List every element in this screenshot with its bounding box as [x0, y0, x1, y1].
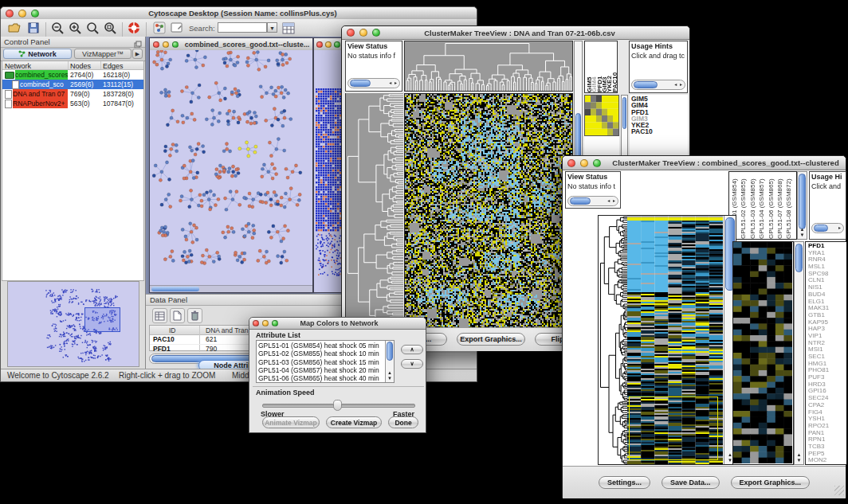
tv2-gene-label[interactable]: CPA2	[808, 402, 846, 409]
tv2-gene-label[interactable]: FIG4	[808, 409, 846, 416]
tv1-row-dendrogram[interactable]	[345, 93, 403, 327]
network-row[interactable]: combined_sco2569(6)13112(15)	[2, 80, 143, 89]
dialog-button-animate-vizmap[interactable]: Animate Vizmap	[262, 416, 320, 428]
tv2-gene-label[interactable]: SEC1	[808, 354, 846, 361]
tv2-status-hscrollbar[interactable]: ◂ ▸	[567, 196, 618, 206]
delete-attribute-icon[interactable]	[187, 308, 202, 323]
open-file-icon[interactable]	[7, 21, 22, 35]
tv2-gene-label[interactable]: SPC98	[808, 271, 846, 278]
tv2-gene-label[interactable]: NTR2	[808, 340, 846, 347]
zoom-button[interactable]	[334, 41, 340, 48]
tv2-column-label[interactable]: GPL51-02 (GSM855)	[740, 172, 749, 239]
minimize-button[interactable]	[262, 320, 269, 326]
tv2-gene-label[interactable]: HAP3	[808, 326, 846, 333]
tv2-gene-label[interactable]: NIS1	[808, 284, 846, 291]
network-view-titlebar[interactable]: combined_scores_good.txt--cluste...	[150, 38, 312, 51]
tv2-gene-label[interactable]: RPO21	[808, 423, 846, 430]
tv2-titlebar[interactable]: ClusterMaker TreeView : combined_scores_…	[563, 156, 846, 170]
attribute-list-item[interactable]: GPL51-02 (GSM855) heat shock 10 min	[258, 350, 384, 357]
dialog-titlebar[interactable]: Map Colors to Network	[249, 318, 426, 330]
zoom-button[interactable]	[172, 41, 179, 48]
tv1-button-export-graphics[interactable]: Export Graphics...	[457, 333, 525, 346]
tv2-column-label[interactable]: GPL51-04 (GSM857)	[759, 172, 768, 239]
tv1-column-label[interactable]: YKE2	[607, 41, 611, 92]
tv2-gene-label[interactable]: KAP95	[808, 319, 846, 326]
scroll-arrows-icon[interactable]: ▸	[838, 225, 842, 230]
attribute-list-item[interactable]: GPL51-07 (GSM868) heat shock 60 min	[258, 382, 384, 383]
tv1-column-label[interactable]: GIM4	[591, 41, 596, 92]
tv2-gene-label[interactable]: PHO81	[808, 367, 846, 374]
data-col-id[interactable]: ID	[169, 326, 176, 334]
search-dropdown-arrow[interactable]: ▼	[267, 22, 277, 33]
save-icon[interactable]	[26, 21, 41, 35]
zoom-selected-icon[interactable]	[103, 21, 117, 35]
zoom-fit-icon[interactable]	[85, 21, 100, 35]
tv2-gene-label[interactable]: HRD3	[808, 381, 846, 389]
minimize-button[interactable]	[580, 159, 588, 167]
attribute-list-item[interactable]: GPL51-03 (GSM856) heat shock 15 min	[258, 358, 384, 366]
tv2-gene-label[interactable]: PAN1	[808, 430, 846, 437]
tv1-titlebar[interactable]: ClusterMaker TreeView : DNA and Tran 07-…	[342, 26, 689, 40]
attribute-list-item[interactable]: GPL51-01 (GSM854) heat shock 05 min	[258, 342, 384, 350]
dialog-button-create-vizmap[interactable]: Create Vizmap	[326, 416, 382, 428]
tv2-gene-label[interactable]: MON2	[808, 457, 846, 464]
new-attribute-icon[interactable]	[170, 308, 185, 323]
tv2-column-label[interactable]: GPL51-07 (GSM868)	[777, 172, 786, 239]
tv2-gene-label[interactable]: RNR4	[808, 256, 846, 264]
network-row[interactable]: RNAPuberNov2+563(0)107847(0)	[2, 99, 143, 108]
tv2-row-dendrogram[interactable]	[599, 216, 627, 464]
scroll-arrows-icon[interactable]: ◂ ▸	[389, 80, 398, 85]
tv2-gene-label[interactable]: SEC24	[808, 395, 846, 402]
tv2-gene-label[interactable]: MSL1	[808, 264, 846, 271]
network-overview-thumbnail[interactable]	[7, 281, 139, 367]
tv2-gene-label[interactable]: BUD4	[808, 291, 846, 299]
tab-vizmapper[interactable]: VizMapper™	[74, 49, 132, 59]
scroll-arrows-icon[interactable]: ▲▼	[795, 452, 803, 463]
tv2-zoom-vscrollbar[interactable]: ▲▼	[794, 241, 804, 465]
tv2-button-export-graphics[interactable]: Export Graphics...	[731, 476, 811, 489]
scroll-arrows-icon[interactable]: ◂ ▸	[607, 197, 616, 203]
search-input[interactable]	[218, 22, 267, 33]
scroll-arrows-icon[interactable]: ▲▼	[386, 370, 394, 381]
tv2-zoom-heatmap[interactable]	[733, 242, 792, 463]
tv1-column-dendrogram[interactable]	[404, 41, 573, 92]
tv2-gene-label[interactable]: PFD1	[808, 243, 846, 250]
close-button[interactable]	[316, 41, 323, 48]
zoom-button[interactable]	[31, 10, 39, 18]
scroll-arrows-icon[interactable]: ▲▼	[798, 227, 807, 238]
network-hscrollbar[interactable]	[150, 285, 312, 292]
tv2-gene-label[interactable]: MSI1	[808, 346, 846, 354]
attribute-list-item[interactable]: GPL51-04 (GSM857) heat shock 20 min	[258, 366, 384, 374]
network-edit-icon[interactable]	[152, 21, 167, 35]
minimize-button[interactable]	[325, 41, 332, 48]
animation-slider[interactable]	[262, 404, 415, 408]
tab-network[interactable]: Network	[3, 49, 72, 59]
tv2-gene-label[interactable]: VIP1	[808, 333, 846, 340]
close-button[interactable]	[347, 29, 355, 37]
dialog-button-done[interactable]: Done	[388, 416, 418, 428]
resize-grip-icon[interactable]	[834, 486, 844, 495]
close-button[interactable]	[567, 159, 575, 167]
tv2-gene-label[interactable]: CLN1	[808, 277, 846, 284]
tv2-hints-hscrollbar[interactable]: ▸	[811, 223, 844, 233]
help-lifering-icon[interactable]	[127, 21, 141, 35]
close-button[interactable]	[253, 320, 259, 326]
tv1-status-hscrollbar[interactable]: ◂ ▸	[347, 78, 400, 88]
attribute-list-item[interactable]: GPL51-06 (GSM865) heat shock 40 min	[258, 374, 384, 382]
network-canvas[interactable]	[150, 50, 312, 282]
slider-thumb[interactable]	[333, 400, 342, 411]
tv2-gene-label[interactable]: ELG1	[808, 299, 846, 306]
minimize-button[interactable]	[359, 29, 367, 37]
tv2-gene-label[interactable]: MAK31	[808, 305, 846, 312]
tv1-heatmap[interactable]	[404, 93, 573, 329]
tv2-gene-label[interactable]: TCB3	[808, 443, 846, 451]
tv2-gene-label[interactable]: PEP5	[808, 451, 846, 458]
tv1-row-label[interactable]: PAC10	[631, 128, 686, 135]
tv2-gene-label[interactable]: HMG1	[808, 361, 846, 368]
zoom-in-icon[interactable]	[68, 21, 82, 35]
annotation-icon[interactable]	[170, 21, 184, 35]
network-row[interactable]: DNA and Tran 07769(0)183728(0)	[2, 89, 143, 99]
minimize-button[interactable]	[18, 10, 26, 18]
zoom-out-icon[interactable]	[50, 21, 65, 35]
attribute-table-icon[interactable]	[281, 21, 296, 35]
